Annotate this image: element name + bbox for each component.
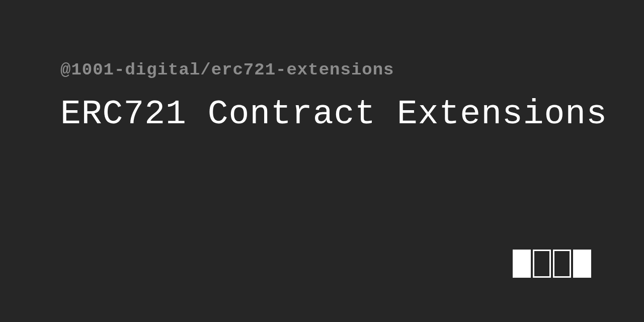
logo-bar [513,250,531,278]
logo-bar [553,250,571,278]
logo-bar [533,250,551,278]
package-title: ERC721 Contract Extensions [60,95,607,133]
logo-bar [573,250,591,278]
logo-icon [513,250,591,278]
package-name: @1001-digital/erc721-extensions [60,60,607,79]
package-header: @1001-digital/erc721-extensions ERC721 C… [60,60,607,133]
